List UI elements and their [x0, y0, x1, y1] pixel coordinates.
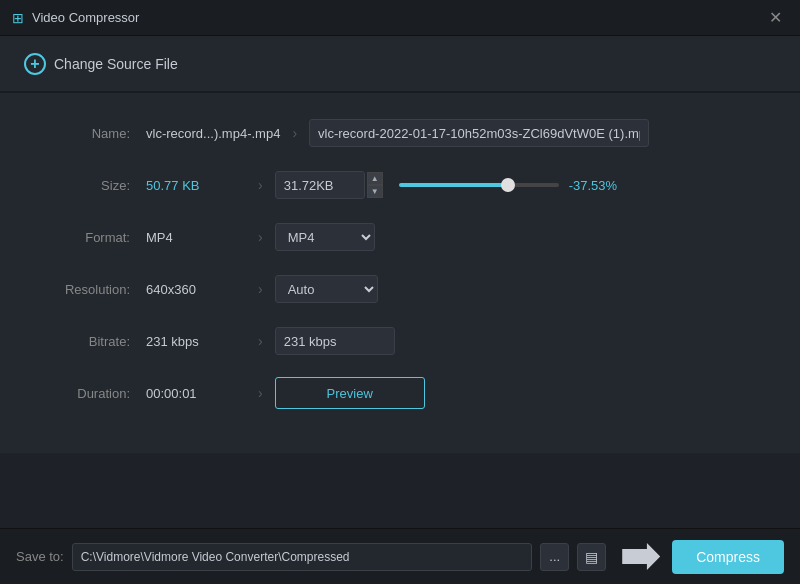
duration-label: Duration: [40, 386, 130, 401]
bitrate-input-value: 231 kbps [146, 334, 246, 349]
size-input-value: 50.77 KB [146, 178, 246, 193]
title-bar-left: ⊞ Video Compressor [12, 10, 139, 26]
resolution-select[interactable]: Auto 640x360 1280x720 1920x1080 [275, 275, 378, 303]
size-controls: ▲ ▼ -37.53% [275, 171, 624, 199]
arrow-indicator [614, 542, 664, 572]
folder-browse-button[interactable]: ▤ [577, 543, 606, 571]
size-label: Size: [40, 178, 130, 193]
duration-value: 00:00:01 [146, 386, 246, 401]
name-label: Name: [40, 126, 130, 141]
name-row: Name: vlc-record...).mp4-.mp4 › [40, 117, 760, 149]
format-label: Format: [40, 230, 130, 245]
save-to-label: Save to: [16, 549, 64, 564]
duration-row: Duration: 00:00:01 › Preview [40, 377, 760, 409]
save-path-input[interactable] [72, 543, 533, 571]
format-select[interactable]: MP4 AVI MKV MOV [275, 223, 375, 251]
resolution-row: Resolution: 640x360 › Auto 640x360 1280x… [40, 273, 760, 305]
size-row: Size: 50.77 KB › ▲ ▼ -37.53% [40, 169, 760, 201]
resolution-input-value: 640x360 [146, 282, 246, 297]
bitrate-row: Bitrate: 231 kbps › [40, 325, 760, 357]
size-spinner: ▲ ▼ [367, 172, 383, 198]
preview-button[interactable]: Preview [275, 377, 425, 409]
size-up-button[interactable]: ▲ [367, 172, 383, 185]
bitrate-arrow-icon: › [258, 333, 263, 349]
size-input-wrap: ▲ ▼ [275, 171, 383, 199]
format-input-value: MP4 [146, 230, 246, 245]
app-icon: ⊞ [12, 10, 24, 26]
resolution-arrow-icon: › [258, 281, 263, 297]
size-slider-wrap: -37.53% [399, 178, 624, 193]
size-down-button[interactable]: ▼ [367, 185, 383, 198]
change-source-button[interactable]: + Change Source File [16, 47, 186, 81]
compress-button[interactable]: Compress [672, 540, 784, 574]
change-source-label: Change Source File [54, 56, 178, 72]
name-input-value: vlc-record...).mp4-.mp4 [146, 126, 280, 141]
resolution-label: Resolution: [40, 282, 130, 297]
bitrate-label: Bitrate: [40, 334, 130, 349]
name-output-field[interactable] [309, 119, 649, 147]
duration-arrow-icon: › [258, 385, 263, 401]
size-arrow-icon: › [258, 177, 263, 193]
arrow-shape [622, 542, 660, 572]
title-bar: ⊞ Video Compressor ✕ [0, 0, 800, 36]
format-row: Format: MP4 › MP4 AVI MKV MOV [40, 221, 760, 253]
close-button[interactable]: ✕ [763, 6, 788, 29]
size-slider[interactable] [399, 183, 559, 187]
bottom-bar: Save to: ... ▤ Compress [0, 528, 800, 584]
toolbar: + Change Source File [0, 36, 800, 92]
folder-icon: ▤ [585, 549, 598, 565]
bitrate-output-field[interactable] [275, 327, 395, 355]
name-arrow-icon: › [292, 125, 297, 141]
format-arrow-icon: › [258, 229, 263, 245]
size-output-field[interactable] [275, 171, 365, 199]
size-percent: -37.53% [569, 178, 624, 193]
change-source-icon: + [24, 53, 46, 75]
main-content: Name: vlc-record...).mp4-.mp4 › Size: 50… [0, 93, 800, 453]
app-title: Video Compressor [32, 10, 139, 25]
folder-dots-button[interactable]: ... [540, 543, 569, 571]
